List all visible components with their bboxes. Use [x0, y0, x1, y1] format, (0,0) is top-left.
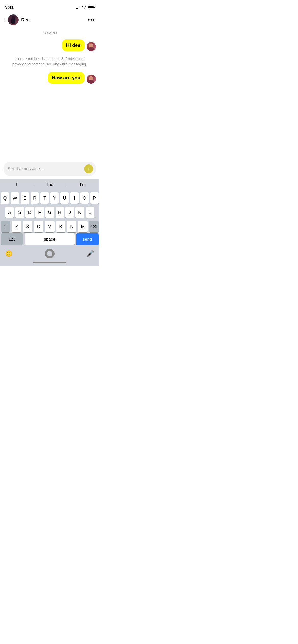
predictive-word-2[interactable]: The [33, 182, 66, 187]
sender-avatar [87, 75, 96, 84]
battery-icon [88, 6, 94, 9]
keys-section: Q W E R T Y U I O P A S D F G H J K L ⇧ … [0, 190, 99, 233]
status-time: 9:41 [5, 5, 14, 10]
message-text: How are you [52, 75, 80, 80]
key-Q[interactable]: Q [1, 192, 9, 204]
wifi-icon [82, 5, 86, 9]
keyboard: I The I'm Q W E R T Y U I O P A S D F G … [0, 179, 99, 266]
key-G[interactable]: G [45, 207, 54, 218]
key-O[interactable]: O [80, 192, 89, 204]
home-indicator-area [0, 260, 99, 266]
key-E[interactable]: E [21, 192, 29, 204]
key-row-2: A S D F G H J K L [1, 207, 99, 218]
contact-name: Dee [21, 17, 30, 23]
nav-bar: ‹ Dee ••• [0, 13, 99, 27]
mic-button[interactable]: 🎤 [87, 250, 94, 257]
key-M[interactable]: M [78, 221, 87, 232]
message-row: Hi dee [4, 39, 96, 51]
message-input-row: ↑ [4, 162, 96, 176]
key-D[interactable]: D [25, 207, 34, 218]
keyboard-dot-indicator [45, 249, 55, 258]
key-T[interactable]: T [40, 192, 49, 204]
predictive-bar: I The I'm [0, 179, 99, 190]
message-text: Hi dee [66, 42, 80, 48]
key-X[interactable]: X [23, 221, 32, 232]
key-R[interactable]: R [31, 192, 39, 204]
key-send[interactable]: send [76, 233, 99, 245]
key-K[interactable]: K [75, 207, 84, 218]
contact-info: Dee [8, 14, 88, 25]
send-button[interactable]: ↑ [84, 164, 93, 173]
key-row-1: Q W E R T Y U I O P [1, 192, 99, 204]
contact-avatar [8, 14, 19, 25]
send-arrow-icon: ↑ [88, 167, 90, 171]
chat-area: 04:52 PM Hi dee You are not friends on L… [0, 27, 99, 159]
input-area: ↑ [0, 159, 99, 179]
key-W[interactable]: W [11, 192, 19, 204]
signal-icon [76, 6, 81, 9]
message-timestamp: 04:52 PM [4, 31, 96, 35]
key-P[interactable]: P [90, 192, 99, 204]
sender-avatar [87, 42, 96, 51]
predictive-word-3[interactable]: I'm [66, 182, 99, 187]
key-H[interactable]: H [56, 207, 64, 218]
key-L[interactable]: L [86, 207, 94, 218]
key-shift[interactable]: ⇧ [1, 221, 10, 232]
key-backspace[interactable]: ⌫ [89, 221, 99, 232]
key-V[interactable]: V [45, 221, 54, 232]
key-S[interactable]: S [15, 207, 24, 218]
status-bar: 9:41 [0, 0, 99, 13]
message-bubble: Hi dee [62, 39, 85, 51]
status-icons [76, 5, 94, 9]
home-indicator [33, 262, 66, 263]
key-B[interactable]: B [56, 221, 65, 232]
key-numbers[interactable]: 123 [1, 233, 23, 245]
keyboard-extras: 🙂 🎤 [0, 246, 99, 260]
key-Y[interactable]: Y [50, 192, 59, 204]
key-J[interactable]: J [65, 207, 74, 218]
key-U[interactable]: U [60, 192, 69, 204]
key-Z[interactable]: Z [12, 221, 21, 232]
key-F[interactable]: F [35, 207, 44, 218]
message-bubble: How are you [48, 72, 85, 84]
key-A[interactable]: A [5, 207, 14, 218]
key-row-3: ⇧ Z X C V B N M ⌫ [1, 221, 99, 232]
message-row: How are you [4, 72, 96, 84]
privacy-warning: You are not friends on Lemon8. Protect y… [4, 54, 96, 69]
keyboard-bottom-row: 123 space send [0, 233, 99, 246]
key-I[interactable]: I [70, 192, 79, 204]
key-N[interactable]: N [67, 221, 76, 232]
back-button[interactable]: ‹ [4, 16, 8, 24]
message-input[interactable] [8, 166, 82, 171]
key-C[interactable]: C [34, 221, 43, 232]
more-options-button[interactable]: ••• [88, 17, 95, 23]
key-space[interactable]: space [25, 233, 75, 245]
emoji-button[interactable]: 🙂 [5, 250, 13, 257]
predictive-word-1[interactable]: I [0, 182, 33, 187]
